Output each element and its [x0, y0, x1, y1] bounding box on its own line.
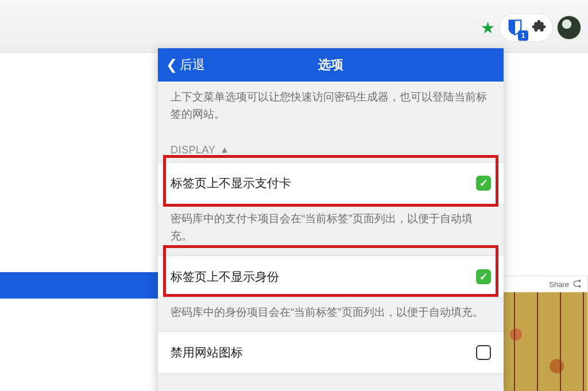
browser-toolbar: ★ 1: [0, 0, 588, 53]
option-disable-favicon-label: 禁用网站图标: [171, 344, 243, 361]
checkbox-hide-cards[interactable]: ✓: [476, 176, 491, 191]
chevron-left-icon: ❮: [166, 58, 177, 72]
option-disable-favicon[interactable]: 禁用网站图标: [158, 331, 504, 374]
extension-popup: ❮ 后退 选项 上下文菜单选项可以让您快速访问密码生成器，也可以登陆当前标签的网…: [158, 48, 504, 391]
extension-pill: 1: [500, 14, 552, 41]
extension-badge-count: 1: [518, 30, 528, 41]
section-display-header[interactable]: DISPLAY ▲: [158, 134, 504, 162]
chevron-up-icon: ▲: [220, 145, 229, 155]
bitwarden-extension-icon[interactable]: 1: [503, 16, 527, 40]
back-label: 后退: [180, 56, 205, 73]
context-menu-description: 上下文菜单选项可以让您快速访问密码生成器，也可以登陆当前标签的网站。: [158, 82, 504, 134]
checkbox-disable-favicon[interactable]: [476, 345, 491, 360]
popup-body[interactable]: 上下文菜单选项可以让您快速访问密码生成器，也可以登陆当前标签的网站。 DISPL…: [158, 82, 504, 391]
share-label[interactable]: Share: [549, 280, 569, 289]
option-hide-cards-desc: 密码库中的支付卡项目会在“当前标签”页面列出，以便于自动填充。: [158, 204, 504, 255]
option-hide-identities[interactable]: 标签页上不显示身份 ✓: [158, 255, 504, 298]
page-blue-band: [0, 272, 158, 299]
share-icon[interactable]: [572, 280, 582, 289]
back-button[interactable]: ❮ 后退: [158, 56, 213, 73]
section-display-label: DISPLAY: [171, 144, 215, 156]
bookmark-star-icon[interactable]: ★: [481, 18, 495, 37]
option-hide-cards-label: 标签页上不显示支付卡: [171, 175, 291, 191]
option-hide-identities-desc: 密码库中的身份项目会在“当前标签”页面列出，以便于自动填充。: [158, 298, 504, 331]
extensions-puzzle-icon[interactable]: [529, 18, 549, 37]
option-hide-cards[interactable]: 标签页上不显示支付卡 ✓: [158, 162, 504, 204]
toolbar-icon-group: ★ 1: [481, 14, 581, 41]
checkbox-hide-identities[interactable]: ✓: [476, 269, 491, 284]
popup-header: ❮ 后退 选项: [158, 48, 504, 82]
profile-avatar[interactable]: [557, 16, 581, 40]
option-hide-identities-label: 标签页上不显示身份: [171, 269, 279, 285]
